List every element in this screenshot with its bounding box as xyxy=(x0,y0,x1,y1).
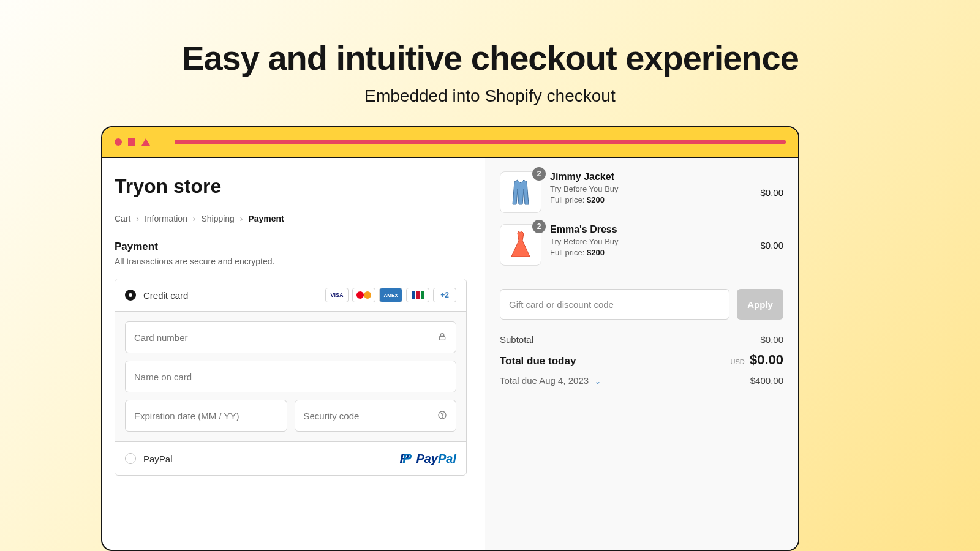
item-line-price: $0.00 xyxy=(760,187,783,198)
card-number-placeholder: Card number xyxy=(134,332,188,343)
breadcrumb: Cart › Information › Shipping › Payment xyxy=(115,214,467,223)
browser-window: Tryon store Cart › Information › Shippin… xyxy=(101,126,799,551)
name-placeholder: Name on card xyxy=(134,372,192,382)
item-title: Jimmy Jacket xyxy=(550,171,752,182)
total-label: Total due today xyxy=(500,355,576,367)
total-currency: USD xyxy=(731,358,745,365)
cvc-placeholder: Security code xyxy=(304,411,360,421)
svg-rect-0 xyxy=(439,336,445,340)
chevron-right-icon: › xyxy=(136,214,139,223)
paypal-label: PayPal xyxy=(143,454,173,464)
window-titlebar xyxy=(102,127,798,158)
future-due-row[interactable]: Total due Aug 4, 2023 ⌄ $400.00 xyxy=(500,375,783,386)
breadcrumb-payment: Payment xyxy=(248,214,284,223)
item-line-price: $0.00 xyxy=(760,240,783,250)
payment-section-title: Payment xyxy=(115,241,467,253)
subtotal-value: $0.00 xyxy=(760,334,783,345)
credit-card-label: Credit card xyxy=(143,290,188,301)
item-full-price: Full price: $200 xyxy=(550,248,752,257)
payment-options: Credit card VISA AMEX +2 Card number xyxy=(115,279,467,476)
lock-icon xyxy=(437,332,447,343)
paypal-logo-icon: PP PayPal xyxy=(399,451,456,467)
payment-section-desc: All transactions are secure and encrypte… xyxy=(115,257,467,266)
traffic-circle-icon xyxy=(115,138,122,146)
item-full-price: Full price: $200 xyxy=(550,195,752,204)
subtotal-row: Subtotal $0.00 xyxy=(500,334,783,345)
item-subtitle: Try Before You Buy xyxy=(550,237,752,246)
card-fields: Card number Name on card Expiration date… xyxy=(115,312,466,442)
item-title: Emma's Dress xyxy=(550,224,752,235)
future-due-label: Total due Aug 4, 2023 xyxy=(500,375,589,386)
paypal-option[interactable]: PayPal PP PayPal xyxy=(115,442,466,475)
qty-badge: 2 xyxy=(532,220,546,233)
cart-item: 2 Jimmy Jacket Try Before You Buy Full p… xyxy=(500,171,783,213)
amex-icon: AMEX xyxy=(379,288,402,302)
breadcrumb-shipping[interactable]: Shipping xyxy=(201,214,235,223)
cart-item: 2 Emma's Dress Try Before You Buy Full p… xyxy=(500,224,783,266)
breadcrumb-information[interactable]: Information xyxy=(145,214,187,223)
svg-point-2 xyxy=(442,416,443,417)
chevron-down-icon: ⌄ xyxy=(595,377,601,386)
traffic-square-icon xyxy=(128,138,135,146)
credit-card-option[interactable]: Credit card VISA AMEX +2 xyxy=(115,279,466,312)
help-icon[interactable] xyxy=(437,410,447,422)
security-code-input[interactable]: Security code xyxy=(295,400,457,432)
expiration-placeholder: Expiration date (MM / YY) xyxy=(134,411,239,421)
subtotal-label: Subtotal xyxy=(500,334,533,345)
more-brands-button[interactable]: +2 xyxy=(433,288,456,302)
store-title: Tryon store xyxy=(115,175,467,198)
address-bar-fill xyxy=(175,140,786,144)
traffic-triangle-icon xyxy=(141,138,150,146)
qty-badge: 2 xyxy=(532,167,546,181)
item-subtitle: Try Before You Buy xyxy=(550,184,752,193)
mastercard-icon xyxy=(352,288,375,302)
future-due-value: $400.00 xyxy=(750,375,783,386)
hero-headline: Easy and intuitive checkout experience xyxy=(0,38,980,78)
chevron-right-icon: › xyxy=(240,214,243,223)
jcb-icon xyxy=(406,288,429,302)
product-thumbnail: 2 xyxy=(500,224,541,266)
chevron-right-icon: › xyxy=(193,214,196,223)
total-row: Total due today USD $0.00 xyxy=(500,352,783,368)
discount-placeholder: Gift card or discount code xyxy=(509,299,614,310)
product-thumbnail: 2 xyxy=(500,171,541,213)
expiration-input[interactable]: Expiration date (MM / YY) xyxy=(125,400,287,432)
dress-icon xyxy=(505,230,536,260)
name-on-card-input[interactable]: Name on card xyxy=(125,361,456,392)
card-brands: VISA AMEX +2 xyxy=(325,288,456,302)
card-number-input[interactable]: Card number xyxy=(125,321,456,353)
hero-subhead: Embedded into Shopify checkout xyxy=(0,86,980,106)
radio-selected-icon[interactable] xyxy=(125,290,136,301)
total-value: $0.00 xyxy=(750,352,783,367)
discount-code-input[interactable]: Gift card or discount code xyxy=(500,289,729,320)
radio-unselected-icon[interactable] xyxy=(125,453,136,464)
visa-icon: VISA xyxy=(325,288,349,302)
jacket-icon xyxy=(505,177,536,208)
apply-button[interactable]: Apply xyxy=(737,289,783,320)
breadcrumb-cart[interactable]: Cart xyxy=(115,214,130,223)
